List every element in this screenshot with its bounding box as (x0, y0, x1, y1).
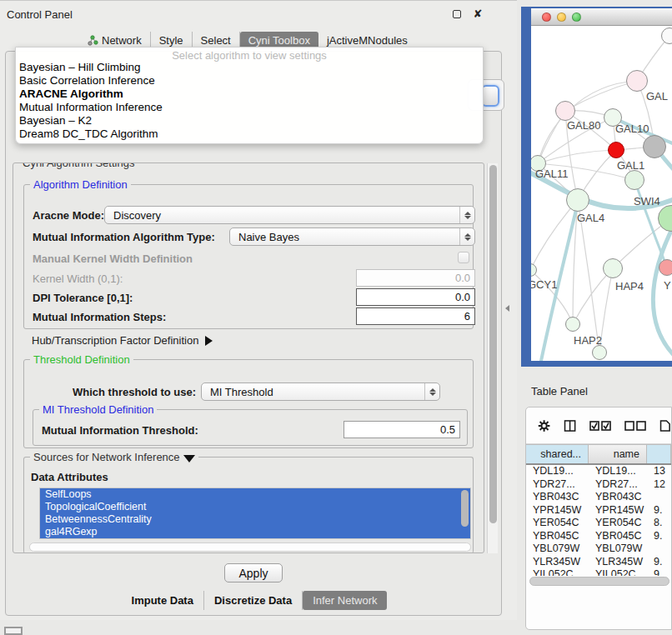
deselect-all-columns-icon[interactable] (624, 421, 646, 431)
mi-threshold-definition-group: MI Threshold Definition Mutual Informati… (33, 409, 468, 446)
which-threshold-label: Which threshold to use: (73, 386, 196, 398)
network-node[interactable] (626, 70, 648, 92)
mi-steps-label: Mutual Information Steps: (33, 311, 166, 323)
table-row[interactable]: YDL19...YDL19...13 (526, 465, 671, 478)
mi-threshold-field[interactable] (344, 421, 460, 438)
network-node[interactable] (566, 188, 589, 212)
dropdown-item[interactable]: Bayesian – K2 (16, 114, 483, 128)
panel-splitter-arrow-icon[interactable] (505, 305, 509, 312)
table-row[interactable]: YIL052CYIL052C9. (526, 568, 671, 576)
combobox-stepper-icon[interactable] (481, 85, 499, 107)
stepper-icon (459, 207, 474, 223)
sources-title: Sources for Network Inference (33, 451, 180, 463)
cyni-algorithm-settings-group: Cyni Algorithm Settings Algorithm Defini… (13, 162, 484, 553)
split-columns-icon[interactable] (564, 418, 576, 434)
list-item[interactable]: BetweennessCentrality (40, 513, 470, 526)
cell: YBR045C (526, 530, 589, 543)
dropdown-item[interactable]: Dream8 DC_TDC Algorithm (16, 128, 483, 141)
mi-type-combobox[interactable]: Naive Bayes (229, 228, 475, 246)
table-row[interactable]: YBL079WYBL079W (526, 542, 671, 556)
table-row[interactable]: YPR145WYPR145W9. (526, 504, 671, 518)
dpi-tolerance-label: DPI Tolerance [0,1]: (33, 292, 133, 304)
table-row[interactable]: YBR045CYBR045C9. (526, 530, 671, 543)
list-item[interactable]: gal4RGexp (40, 526, 470, 538)
list-item[interactable]: SelfLoops (40, 488, 470, 501)
float-panel-icon[interactable] (451, 8, 463, 20)
table-row[interactable]: YDR27...YDR27...12 (526, 478, 671, 492)
table-row[interactable]: YER054CYER054C8. (526, 517, 671, 530)
node-label: GAL11 (535, 168, 569, 180)
network-node[interactable] (661, 28, 672, 44)
group-title: Sources for Network Inference (30, 451, 198, 463)
new-table-icon[interactable] (659, 418, 671, 434)
network-node-selected-red[interactable] (608, 142, 624, 158)
cell: 9. (647, 568, 671, 576)
apply-button[interactable]: Apply (224, 563, 283, 582)
scrollbar-thumb[interactable] (489, 165, 497, 523)
network-node[interactable] (643, 135, 666, 158)
tab-impute-data[interactable]: Impute Data (122, 591, 204, 610)
network-node[interactable] (565, 317, 580, 332)
table-horizontal-scrollbar[interactable] (529, 577, 669, 586)
stepper-icon (424, 383, 439, 400)
node-label: Y (664, 279, 671, 292)
data-attributes-label: Data Attributes (31, 471, 108, 483)
cell: YIL052C (526, 568, 589, 576)
tab-infer-network[interactable]: Infer Network (303, 591, 387, 610)
gear-icon[interactable] (538, 418, 550, 434)
aracne-mode-combobox[interactable]: Discovery (104, 206, 475, 224)
data-attributes-list[interactable]: SelfLoops TopologicalCoefficient Between… (39, 488, 471, 539)
dropdown-item[interactable]: Mutual Information Inference (16, 101, 483, 114)
column-header-shared-name[interactable]: shared... (526, 445, 589, 463)
dropdown-item[interactable]: Bayesian – Hill Climbing (16, 61, 483, 74)
which-threshold-combobox[interactable]: MI Threshold (201, 382, 440, 401)
close-window-icon[interactable] (542, 12, 551, 22)
minimize-window-icon[interactable] (557, 12, 566, 22)
network-canvas[interactable]: GAL GAL80 GAL10 GAL1 GAL11 SWI4 GAL4 GCY… (531, 26, 672, 361)
network-node[interactable] (592, 345, 607, 360)
dropdown-item-selected[interactable]: ARACNE Algorithm (16, 88, 483, 101)
network-view-window[interactable]: GAL GAL80 GAL10 GAL1 GAL11 SWI4 GAL4 GCY… (521, 7, 672, 367)
table-panel-title: Table Panel (531, 385, 588, 398)
dropdown-item[interactable]: Basic Correlation Inference (16, 74, 483, 88)
tab-discretize-data[interactable]: Discretize Data (204, 591, 303, 610)
column-header-name[interactable]: name (589, 445, 647, 463)
cell: 13 (647, 465, 671, 478)
mi-threshold-label: Mutual Information Threshold: (42, 424, 198, 437)
node-label: GCY1 (531, 278, 557, 291)
cell: YPR145W (526, 504, 589, 518)
list-vertical-scrollbar[interactable] (461, 490, 469, 527)
minimized-panel-icon[interactable] (4, 627, 23, 635)
network-window-titlebar[interactable] (531, 8, 672, 26)
manual-kernel-label: Manual Kernel Width Definition (33, 252, 193, 265)
network-node[interactable] (624, 170, 644, 190)
zoom-window-icon[interactable] (572, 12, 581, 22)
cell: 9. (647, 556, 671, 569)
table-row[interactable]: YLR345WYLR345W9. (526, 556, 671, 569)
list-horizontal-scrollbar[interactable] (29, 542, 471, 552)
table-row[interactable]: YBR043CYBR043C (526, 491, 671, 504)
manual-kernel-checkbox[interactable] (458, 252, 469, 263)
cell: YDL19... (589, 465, 647, 478)
group-title: Cyni Algorithm Settings (19, 162, 138, 169)
which-threshold-value: MI Threshold (202, 386, 424, 398)
group-title: MI Threshold Definition (39, 403, 157, 416)
cell: YDR27... (589, 478, 647, 492)
select-all-columns-icon[interactable] (589, 421, 611, 431)
close-panel-icon[interactable]: ✘ (472, 8, 484, 20)
settings-vertical-scrollbar[interactable] (487, 163, 498, 553)
cell: YER054C (526, 517, 589, 530)
column-header-partial[interactable] (647, 445, 671, 463)
tab-label: Select (201, 34, 231, 47)
network-node[interactable] (603, 258, 623, 278)
dpi-tolerance-field[interactable] (356, 288, 475, 306)
control-panel: Control Panel ✘ Network Style Select Cyn… (0, 0, 517, 620)
network-node[interactable] (659, 259, 672, 276)
stepper-icon (459, 228, 474, 245)
cell: YLR345W (526, 556, 589, 569)
mi-steps-field[interactable] (356, 308, 475, 325)
aracne-mode-value: Discovery (105, 209, 459, 222)
hub-definition-expander[interactable]: Hub/Transcription Factor Definition (32, 334, 213, 347)
list-item[interactable]: TopologicalCoefficient (40, 501, 470, 513)
network-node[interactable] (555, 101, 575, 121)
